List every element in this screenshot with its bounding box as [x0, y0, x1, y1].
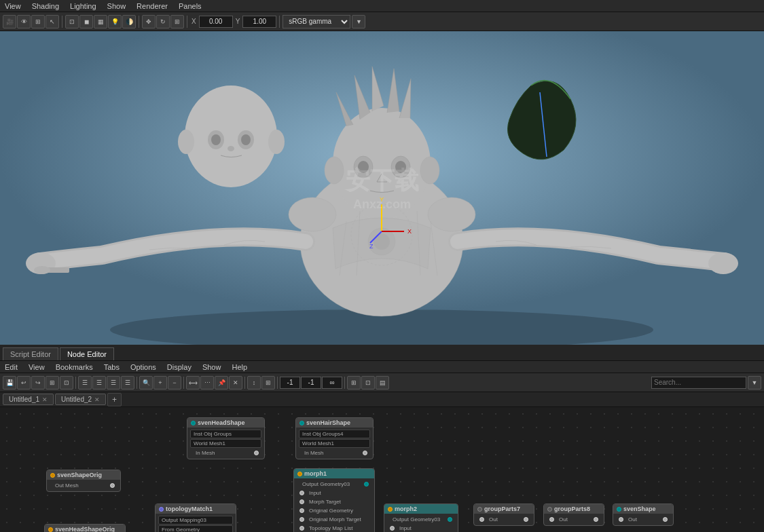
light-icon[interactable]: 💡	[108, 15, 122, 28]
node-dot	[617, 507, 621, 512]
file-tabs: Untitled_1 ✕ Untitled_2 ✕ +	[0, 392, 764, 407]
scale-icon[interactable]: ⊞	[170, 15, 184, 28]
fit-icon[interactable]: ⊞	[31, 15, 45, 28]
distribute-btn[interactable]: ☰	[121, 376, 134, 390]
node-dot	[477, 507, 482, 512]
field-from-geom: From Geometry	[158, 525, 233, 532]
route-btn[interactable]: ⊞	[261, 376, 275, 390]
select-all-btn[interactable]: ⊞	[46, 376, 59, 390]
node-body: Output Mapping03 From Geometry	[156, 514, 236, 532]
node-topology-match-header: topologyMatch1	[156, 504, 236, 514]
menu-shading[interactable]: Shading	[30, 2, 61, 10]
node-body: Out	[613, 514, 673, 525]
align-center-btn[interactable]: ☰	[92, 376, 106, 390]
menu-panels[interactable]: Panels	[177, 2, 204, 10]
node-menu-view[interactable]: View	[26, 363, 47, 371]
node-canvas[interactable]: svenShapeOrig Out Mesh svenHeadShapeOrig…	[0, 407, 764, 532]
camera-icon[interactable]: 🎥	[3, 15, 16, 28]
node-sven-shape[interactable]: svenShape Out	[613, 504, 674, 526]
menu-view[interactable]: View	[3, 2, 23, 10]
port-dot-r	[524, 517, 528, 522]
menu-renderer[interactable]: Renderer	[134, 2, 170, 10]
move-node-btn[interactable]: ↕	[247, 376, 261, 390]
pin-btn[interactable]: 📌	[215, 376, 228, 390]
port-dot	[299, 499, 304, 504]
sep9	[277, 377, 278, 389]
menu-show[interactable]: Show	[105, 2, 128, 10]
svg-point-9	[358, 161, 369, 173]
save-node-btn[interactable]: 💾	[3, 376, 16, 390]
node-sven-shape-orig[interactable]: svenShapeOrig Out Mesh	[46, 470, 121, 492]
node-menu-show[interactable]: Show	[200, 363, 223, 371]
node-menu-help[interactable]: Help	[230, 363, 249, 371]
node-group-parts8[interactable]: groupParts8 Out	[543, 504, 604, 526]
svg-point-33	[289, 197, 336, 231]
redo-btn[interactable]: ↪	[31, 376, 45, 390]
translate-y-label: Y	[234, 18, 242, 25]
node-menu-display[interactable]: Display	[165, 363, 194, 371]
node-morph1[interactable]: morph1 Output Geometry03 Input Morph Tar…	[293, 468, 375, 532]
align-left-btn[interactable]: ☰	[78, 376, 92, 390]
frame-btn[interactable]: ⊡	[60, 376, 73, 390]
node-menu-tabs[interactable]: Tabs	[102, 363, 122, 371]
color-space-toggle[interactable]: ▼	[352, 15, 365, 28]
port-topo-map: Topology Map List	[297, 524, 371, 532]
port-input: Input	[297, 489, 371, 497]
node-menu-options[interactable]: Options	[128, 363, 158, 371]
port-out7: Out	[477, 515, 531, 524]
node-sven-hair-shape[interactable]: svenHairShape Inst Obj Groups4 World Mes…	[295, 417, 374, 459]
shadow-icon[interactable]: 🌓	[122, 15, 136, 28]
arrange-btn[interactable]: ▤	[376, 376, 389, 390]
texture-icon[interactable]: ▦	[94, 15, 107, 28]
svg-point-27	[268, 130, 285, 154]
node-group-parts7[interactable]: groupParts7 Out	[473, 504, 534, 526]
unpin-btn[interactable]: ✕	[229, 376, 242, 390]
translate-y-input[interactable]	[242, 16, 276, 28]
undo-btn[interactable]: ↩	[17, 376, 31, 390]
close-tab-2-icon[interactable]: ✕	[94, 396, 100, 403]
node-sven-head-shape[interactable]: svenHeadShape Inst Obj Groups World Mesh…	[187, 417, 265, 459]
menu-lighting[interactable]: Lighting	[68, 2, 98, 10]
move-icon[interactable]: ✥	[142, 15, 156, 28]
translate-x-input[interactable]	[199, 16, 233, 28]
search-input[interactable]	[651, 377, 746, 389]
node-topology-match[interactable]: topologyMatch1 Output Mapping03 From Geo…	[155, 504, 236, 532]
file-tab-2[interactable]: Untitled_2 ✕	[55, 394, 106, 405]
rotate-icon[interactable]: ↻	[156, 15, 170, 28]
search-dropdown-btn[interactable]: ▼	[748, 376, 761, 390]
close-tab-1-icon[interactable]: ✕	[42, 396, 48, 403]
align-right-btn[interactable]: ☰	[107, 376, 120, 390]
select-icon[interactable]: ↖	[46, 15, 59, 28]
node-body: Out	[474, 514, 534, 525]
view-icon[interactable]: 👁	[17, 15, 31, 28]
node-body: Out	[544, 514, 604, 525]
num-field-1[interactable]	[280, 377, 300, 389]
port-morph-target: Morph Target	[297, 497, 371, 506]
tab-node-editor[interactable]: Node Editor	[60, 347, 114, 360]
num-field-2[interactable]	[301, 377, 321, 389]
node-toolbar: 💾 ↩ ↪ ⊞ ⊡ ☰ ☰ ☰ ☰ 🔍 + − ⟷ ⋯ 📌 ✕ ↕ ⊞	[0, 373, 764, 392]
port-out-mesh: Out Mesh	[50, 481, 117, 490]
port-dot	[364, 482, 369, 487]
node-menu-bookmarks[interactable]: Bookmarks	[54, 363, 95, 371]
add-tab-btn[interactable]: +	[107, 393, 122, 406]
layout-btn[interactable]: ⋯	[200, 376, 214, 390]
tab-script-editor[interactable]: Script Editor	[3, 347, 58, 360]
connect-btn[interactable]: ⟷	[186, 376, 200, 390]
zoom-fit-btn[interactable]: 🔍	[139, 376, 153, 390]
node-dot	[388, 507, 393, 512]
wire-icon[interactable]: ⊡	[65, 15, 79, 28]
grid-btn[interactable]: ⊞	[347, 376, 361, 390]
node-body: Out Mesh	[47, 480, 120, 491]
zoom-in-btn[interactable]: +	[153, 376, 167, 390]
field-output-mapping: Output Mapping03	[158, 516, 233, 525]
node-menu-edit[interactable]: Edit	[3, 363, 20, 371]
smooth-icon[interactable]: ◼	[79, 15, 93, 28]
file-tab-1[interactable]: Untitled_1 ✕	[3, 394, 54, 405]
node-sven-head-shape-orig[interactable]: svenHeadShapeOrig Out	[44, 524, 126, 532]
snap-btn[interactable]: ⊡	[361, 376, 375, 390]
color-space-select[interactable]: sRGB gamma Linear Raw	[283, 15, 350, 28]
zoom-out-btn[interactable]: −	[168, 376, 181, 390]
num-field-3[interactable]	[322, 377, 342, 389]
node-morph2[interactable]: morph2 Output Geometry03 Input	[384, 504, 458, 532]
